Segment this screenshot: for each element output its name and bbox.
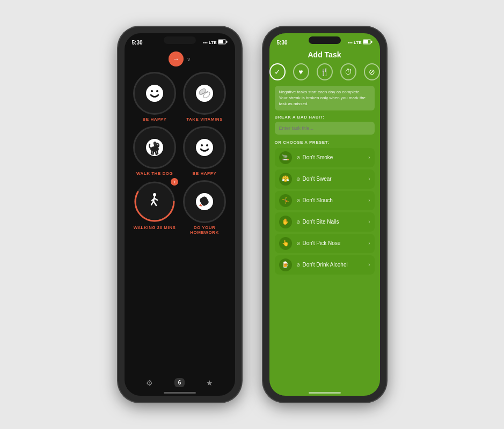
- phone1-status-bar: 5:30 ▪▪▪ LTE: [125, 33, 235, 48]
- habit-be-happy[interactable]: BE HAPPY: [132, 72, 178, 122]
- add-task-title: Add Task: [308, 50, 341, 59]
- home-indicator-2: [309, 392, 341, 394]
- smiley2-icon: [195, 138, 214, 157]
- preset-dont-swear[interactable]: 😤 ⊘ Don't Swear ›: [275, 169, 375, 189]
- svg-point-5: [156, 90, 158, 92]
- tab-heart[interactable]: ♥: [293, 63, 309, 80]
- habit-be-happy-2[interactable]: BE HAPPY: [182, 126, 228, 176]
- phone2-time: 5:30: [277, 40, 288, 46]
- chevron-icon: ∨: [187, 56, 191, 62]
- preset-label-smoke: Don't Smoke: [303, 154, 333, 160]
- phone1-header: → ∨: [125, 48, 235, 70]
- svg-line-14: [151, 151, 152, 154]
- phone1-lte: LTE: [209, 40, 217, 45]
- svg-point-4: [151, 90, 153, 92]
- preset-label-nails: Don't Bite Nails: [303, 219, 339, 225]
- preset-dont-pick-nose[interactable]: 👆 ⊘ Don't Pick Nose ›: [275, 234, 375, 253]
- task-title-input[interactable]: [275, 122, 375, 135]
- svg-line-15: [153, 152, 154, 154]
- phone1-time: 5:30: [132, 40, 143, 46]
- tab-no[interactable]: ⊘: [364, 63, 380, 80]
- habit-circle-do-homework: [183, 180, 226, 223]
- preset-dont-drink[interactable]: 🍺 ⊘ Don't Drink Alcohol ›: [275, 255, 375, 275]
- svg-line-29: [155, 198, 157, 200]
- habit-circle-be-happy-2: [183, 126, 226, 169]
- svg-line-17: [157, 151, 158, 154]
- star-icon[interactable]: ★: [206, 379, 213, 387]
- svg-rect-34: [363, 40, 368, 43]
- habit-label-take-vitamins: TAKE VITAMINS: [186, 117, 223, 122]
- preset-text-swear: ⊘ Don't Swear: [296, 176, 364, 182]
- preset-text-nose: ⊘ Don't Pick Nose: [296, 240, 364, 246]
- preset-icon-nose: 👆: [279, 237, 292, 250]
- phone2-signal: ▪▪▪: [348, 40, 353, 45]
- dog-icon: [145, 138, 164, 157]
- chevron-smoke: ›: [368, 154, 370, 160]
- no-icon-swear: ⊘: [296, 176, 301, 182]
- preset-text-slouch: ⊘ Don't Slouch: [296, 197, 364, 203]
- phone2-status-icons: ▪▪▪ LTE: [348, 39, 372, 46]
- pill-icon: [195, 84, 214, 103]
- chevron-swear: ›: [368, 176, 370, 182]
- habit-label-walk-the-dog: WALK THE DOG: [136, 171, 173, 176]
- walk-icon-wrap: [146, 192, 163, 211]
- habit-circle-walk-the-dog: [133, 126, 176, 169]
- phone1-status-icons: ▪▪▪ LTE: [203, 39, 227, 46]
- tab-clock[interactable]: ⏱: [340, 63, 356, 80]
- no-icon-nails: ⊘: [296, 219, 301, 225]
- habit-grid: BE HAPPY TAKE VITAMINS: [125, 70, 235, 237]
- preset-icon-drink: 🍺: [279, 258, 292, 271]
- or-choose-preset-label: OR CHOOSE A PRESET:: [269, 139, 380, 148]
- phone2-status-bar: 5:30 ▪▪▪ LTE: [269, 33, 380, 48]
- preset-text-drink: ⊘ Don't Drink Alcohol: [296, 262, 364, 268]
- calendar-badge[interactable]: 6: [174, 378, 185, 387]
- phone2-lte: LTE: [354, 40, 362, 45]
- phone1-signal: ▪▪▪: [203, 40, 208, 45]
- svg-point-6: [196, 85, 213, 102]
- phone2-tab-icons: ✓ ♥ 🍴 ⏱ ⊘: [269, 63, 380, 86]
- preset-icon-swear: 😤: [279, 173, 292, 186]
- forward-icon: →: [173, 55, 179, 63]
- phone2-screen: 5:30 ▪▪▪ LTE Add Task ✓ ♥ 🍴: [269, 33, 380, 396]
- habit-walking-20mins[interactable]: 7 WALKING 20 MINS: [132, 180, 178, 235]
- tab-fork[interactable]: 🍴: [317, 63, 333, 80]
- habit-do-homework[interactable]: DO YOUR HOMEWORK: [182, 180, 228, 235]
- settings-icon[interactable]: ⚙: [146, 379, 153, 387]
- habit-circle-container-walking: 7: [133, 180, 176, 223]
- phone-2: 5:30 ▪▪▪ LTE Add Task ✓ ♥ 🍴: [263, 27, 386, 402]
- habit-label-be-happy: BE HAPPY: [143, 117, 167, 122]
- forward-button[interactable]: →: [169, 51, 184, 66]
- preset-text-nails: ⊘ Don't Bite Nails: [296, 219, 364, 225]
- phone1-battery: [218, 39, 228, 46]
- preset-text-smoke: ⊘ Don't Smoke: [296, 154, 364, 160]
- svg-point-3: [146, 85, 163, 102]
- preset-label-slouch: Don't Slouch: [303, 197, 333, 203]
- svg-line-27: [154, 201, 156, 205]
- svg-rect-1: [226, 41, 227, 43]
- walker-icon: [146, 192, 163, 209]
- chevron-nails: ›: [368, 219, 370, 225]
- svg-line-16: [156, 152, 156, 154]
- phone1-screen: 5:30 ▪▪▪ LTE → ∨: [125, 33, 235, 396]
- preset-dont-smoke[interactable]: 🚬 ⊘ Don't Smoke ›: [275, 148, 375, 167]
- tab-check[interactable]: ✓: [269, 63, 286, 80]
- no-icon-slouch: ⊘: [296, 198, 301, 203]
- preset-icon-nails: ✋: [279, 216, 292, 228]
- preset-label-swear: Don't Swear: [303, 176, 332, 182]
- svg-rect-33: [371, 41, 372, 43]
- phone1-bottom-nav: ⚙ 6 ★: [125, 374, 235, 391]
- preset-dont-slouch[interactable]: 🤸 ⊘ Don't Slouch ›: [275, 191, 375, 210]
- phone2-header: Add Task: [269, 48, 380, 63]
- no-icon-smoke: ⊘: [296, 155, 301, 160]
- preset-label-drink: Don't Drink Alcohol: [303, 262, 348, 268]
- phone2-description: Negative tasks start each day as complet…: [275, 86, 375, 110]
- preset-dont-bite-nails[interactable]: ✋ ⊘ Don't Bite Nails ›: [275, 212, 375, 232]
- habit-take-vitamins[interactable]: TAKE VITAMINS: [182, 72, 228, 122]
- chevron-drink: ›: [368, 262, 370, 268]
- svg-rect-2: [218, 40, 223, 43]
- habit-label-do-homework: DO YOUR HOMEWORK: [182, 225, 228, 235]
- phone2-battery: [363, 39, 372, 46]
- home-indicator-1: [164, 392, 196, 394]
- habit-label-walking-20mins: WALKING 20 MINS: [134, 225, 176, 230]
- habit-walk-the-dog[interactable]: WALK THE DOG: [132, 126, 178, 176]
